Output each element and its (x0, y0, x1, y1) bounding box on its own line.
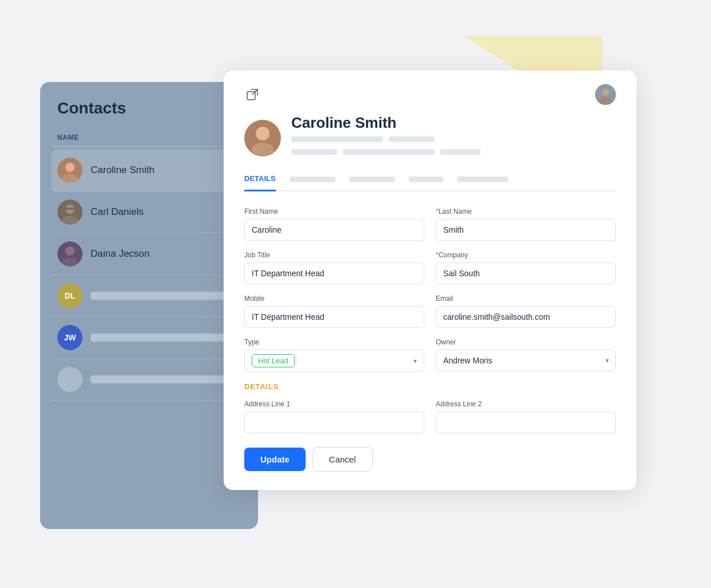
last-name-label: *Last Name (436, 207, 616, 215)
form-group-lastname: *Last Name (436, 207, 616, 241)
form-group-jobtitle: Job Title (244, 251, 424, 284)
svg-point-17 (256, 127, 269, 140)
avatar-jw: JW (57, 325, 83, 350)
address-line1-label: Address Line 1 (244, 400, 424, 408)
form-row-name: First Name *Last Name (244, 207, 616, 241)
action-row: Update Cancel (244, 447, 616, 472)
contact-row-dl[interactable]: DL + (52, 275, 247, 317)
hot-lead-badge: Hot Lead (252, 354, 295, 367)
external-link-icon[interactable] (244, 87, 260, 103)
header-placeholder-1 (291, 136, 383, 142)
sidebar-title: Contacts (52, 99, 247, 117)
type-chevron-icon: ▾ (413, 357, 417, 365)
contact-name-caroline: Caroline Smith (91, 164, 235, 176)
avatar-extra (57, 367, 83, 392)
form-row-contact: Mobile Email (244, 295, 616, 328)
owner-label: Owner (436, 338, 616, 346)
first-name-label: First Name (244, 207, 424, 215)
detail-panel: Caroline Smith DETAILS (224, 70, 636, 490)
page-wrapper: Contacts NAME M Caroline Smith + (40, 36, 671, 552)
user-avatar-small[interactable] (595, 84, 616, 105)
contact-full-name: Caroline Smith (291, 114, 480, 132)
form-row-address: Address Line 1 Address Line 2 (244, 400, 616, 433)
form-group-address1: Address Line 1 (244, 400, 424, 433)
tab-placeholder-4[interactable] (457, 177, 509, 182)
contact-placeholder-dl (91, 292, 229, 300)
form-group-firstname: First Name (244, 207, 424, 241)
panel-top-bar (244, 84, 616, 105)
form-group-mobile: Mobile (244, 295, 424, 328)
owner-select-wrapper: Andrew Moris ▾ (436, 350, 616, 371)
contact-row-caroline[interactable]: Caroline Smith + (52, 150, 247, 191)
header-meta-row2 (291, 149, 480, 158)
contact-row-daina[interactable]: Daina Jecson + (52, 233, 247, 275)
contact-placeholder-jw (91, 334, 241, 342)
tab-details[interactable]: DETAILS (244, 168, 276, 191)
contact-row-jw[interactable]: JW (52, 317, 247, 359)
job-title-label: Job Title (244, 251, 424, 259)
cancel-button[interactable]: Cancel (312, 447, 373, 472)
address-line2-input[interactable] (436, 411, 616, 433)
tabs-row: DETAILS (244, 168, 616, 191)
sidebar-header: NAME M (52, 129, 247, 147)
col-name-header: NAME (57, 134, 224, 142)
svg-rect-7 (65, 207, 75, 210)
type-label: Type (244, 338, 424, 346)
header-placeholder-3 (291, 149, 337, 155)
mobile-input[interactable] (244, 306, 424, 328)
contact-name-carl: Carl Daniels (91, 206, 235, 218)
address-line1-input[interactable] (244, 411, 424, 433)
svg-point-14 (602, 89, 609, 96)
form-group-company: *Company (436, 251, 616, 284)
company-label: *Company (436, 251, 616, 259)
header-placeholder-4 (343, 149, 435, 155)
contact-row-extra[interactable] (52, 359, 247, 401)
form-group-email: Email (436, 295, 616, 328)
form-row-type: Type Hot Lead ▾ Owner Andrew Moris ▾ (244, 338, 616, 372)
form-group-type: Type Hot Lead ▾ (244, 338, 424, 372)
tab-placeholder-3[interactable] (409, 177, 443, 182)
svg-point-9 (65, 246, 75, 256)
contact-row-carl[interactable]: Carl Daniels + (52, 191, 247, 233)
header-placeholder-2 (389, 136, 435, 142)
form-group-owner: Owner Andrew Moris ▾ (436, 338, 616, 372)
form-row-job: Job Title *Company (244, 251, 616, 284)
email-label: Email (436, 295, 616, 303)
header-placeholder-5 (440, 149, 480, 155)
update-button[interactable]: Update (244, 448, 306, 471)
svg-point-11 (57, 367, 83, 392)
contact-placeholder-extra (91, 375, 241, 383)
contact-name-daina: Daina Jecson (91, 248, 235, 260)
svg-point-2 (65, 163, 75, 172)
contact-header-info: Caroline Smith (291, 114, 480, 162)
last-name-input[interactable] (436, 219, 616, 241)
form-group-address2: Address Line 2 (436, 400, 616, 433)
first-name-input[interactable] (244, 219, 424, 241)
type-select-wrapper[interactable]: Hot Lead ▾ (244, 350, 424, 372)
header-meta-row1 (291, 136, 480, 146)
company-input[interactable] (436, 262, 616, 284)
avatar-dl: DL (57, 283, 83, 308)
tab-placeholder-2[interactable] (349, 177, 395, 182)
contact-avatar-large (244, 120, 281, 156)
address-line2-label: Address Line 2 (436, 400, 616, 408)
avatar-caroline (57, 158, 83, 183)
mobile-label: Mobile (244, 295, 424, 303)
details-section-label: DETAILS (244, 382, 616, 391)
avatar-carl (57, 199, 83, 225)
contact-header: Caroline Smith (244, 114, 616, 162)
email-input[interactable] (436, 306, 616, 328)
tab-placeholder-1[interactable] (290, 177, 335, 182)
owner-select[interactable]: Andrew Moris (436, 350, 616, 371)
job-title-input[interactable] (244, 262, 424, 284)
avatar-daina (57, 241, 83, 266)
